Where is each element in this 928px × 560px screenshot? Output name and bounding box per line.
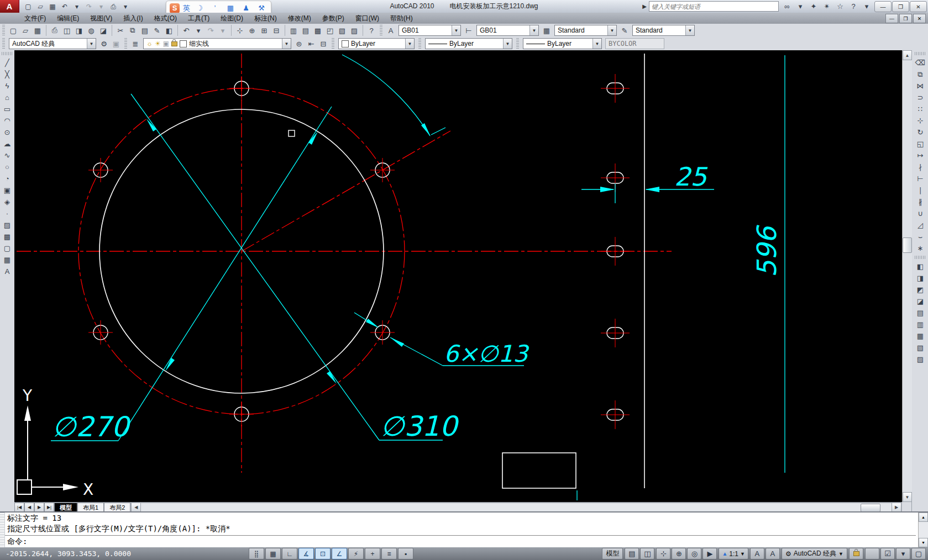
qnew-icon[interactable]: ▢ [23, 2, 34, 12]
make-block-icon[interactable]: ◈ [1, 196, 14, 208]
layer-bulb-icon[interactable]: ☼ [146, 40, 153, 47]
tab-layout2[interactable]: 布局2 [104, 503, 130, 512]
toolbar-unlock-icon[interactable] [849, 548, 863, 559]
scroll-down-icon[interactable]: ▼ [919, 538, 928, 547]
ellipse-icon[interactable]: ○ [1, 161, 14, 173]
minimize-button[interactable]: — [874, 1, 892, 12]
open-icon[interactable]: ▱ [19, 25, 32, 36]
ortho-toggle[interactable]: ∟ [282, 548, 297, 559]
command-history[interactable]: 标注文字 = 13 指定尺寸线位置或 [多行文字(M)/文字(T)/角度(A)]… [5, 513, 918, 547]
sogou-logo-icon[interactable]: S [170, 3, 180, 13]
tool-palettes-icon[interactable]: ▩ [312, 25, 324, 36]
search-input[interactable] [649, 1, 779, 12]
properties-icon[interactable]: ▥ [285, 25, 300, 36]
cut-icon[interactable]: ✂ [112, 25, 127, 36]
polyline-icon[interactable]: ϟ [1, 80, 14, 92]
toolbar-unlock-icon[interactable] [865, 548, 879, 559]
layer-states-icon[interactable]: ⊟ [317, 38, 329, 49]
hatch-icon[interactable]: ▨ [1, 219, 14, 231]
scroll-right-icon[interactable]: ▶ [892, 503, 901, 511]
chevron-down-icon[interactable]: ▼ [405, 39, 414, 49]
bring-above-icon[interactable]: ◩ [914, 284, 927, 295]
tab-next-button[interactable]: ▶ [34, 503, 44, 512]
point-icon[interactable]: ∙ [1, 208, 14, 219]
mleader-style-icon[interactable]: ✎ [618, 25, 631, 36]
erase-icon[interactable]: ⌫ [914, 57, 927, 68]
model-space-button[interactable]: 模型 [602, 548, 623, 559]
steering-wheel-icon[interactable]: ◎ [687, 548, 701, 559]
paste-icon[interactable]: ▤ [139, 25, 151, 36]
trim-icon[interactable]: ∤ [914, 161, 927, 173]
toolbar-button-icon[interactable]: ▥ [914, 319, 927, 330]
explode-icon[interactable]: ∗ [914, 242, 927, 254]
ime-tools-icon[interactable]: ⚒ [255, 3, 268, 14]
zoom-previous-icon[interactable]: ⊟ [270, 25, 282, 36]
quick-view-drawings-icon[interactable]: ◫ [640, 548, 654, 559]
menu-item[interactable]: 修改(M) [282, 13, 317, 24]
chevron-down-icon[interactable]: ▼ [87, 39, 96, 49]
showmotion-icon[interactable]: ▶ [702, 548, 717, 559]
toolbar-button-icon[interactable]: ▦ [914, 330, 927, 342]
linetype-combo[interactable]: ByLayer▼ [425, 38, 512, 49]
bring-to-front-icon[interactable]: ◧ [914, 261, 927, 272]
pan-icon[interactable]: ⊹ [656, 548, 670, 559]
coordinates-readout[interactable]: -2015.2644, 3093.3453, 0.0000 [6, 550, 138, 558]
menu-item[interactable]: 参数(P) [317, 13, 350, 24]
plot-icon[interactable]: ⎙ [46, 25, 61, 36]
workspace-settings-icon[interactable]: ⚙ [98, 38, 110, 49]
ducs-toggle[interactable]: ⚡ [348, 548, 364, 559]
menu-item[interactable]: 编辑(E) [51, 13, 85, 24]
redo-icon[interactable]: ↷ [83, 2, 95, 12]
vertical-scroll-thumb[interactable] [903, 237, 912, 253]
toolbar-button-icon[interactable]: ▨ [914, 353, 927, 365]
make-object-layer-current-icon[interactable]: ⊜ [293, 38, 305, 49]
menu-item[interactable]: 帮助(H) [385, 13, 418, 24]
toolbar-grip[interactable] [2, 38, 5, 49]
menu-item[interactable]: 工具(T) [182, 13, 215, 24]
copy-icon[interactable]: ⧉ [914, 68, 927, 80]
command-grip[interactable] [0, 513, 5, 547]
status-menu-icon[interactable]: ▾ [896, 548, 910, 559]
scale-icon[interactable]: ◱ [914, 138, 927, 150]
layer-lock-icon[interactable] [171, 41, 177, 46]
workspace-switching-button[interactable]: ⚙ AutoCAD 经典 ▼ [782, 548, 847, 559]
auto-annotate-icon[interactable]: A [766, 548, 780, 559]
insert-block-icon[interactable]: ▣ [1, 184, 14, 196]
scroll-up-icon[interactable]: ▲ [919, 513, 928, 522]
markup-manager-icon[interactable]: ▧ [336, 25, 348, 36]
osnap-toggle[interactable]: ⊡ [315, 548, 331, 559]
break-icon[interactable]: ∦ [914, 196, 927, 208]
annotation-scale-button[interactable]: ▲ 1:1 ▼ [719, 548, 748, 559]
undo-dropdown-icon[interactable]: ▾ [192, 25, 205, 36]
horizontal-scroll-thumb[interactable] [861, 504, 880, 512]
toolbar-grip[interactable] [915, 52, 926, 55]
command-window[interactable]: 标注文字 = 13 指定尺寸线位置或 [多行文字(M)/文字(T)/角度(A)]… [0, 511, 928, 547]
menu-item[interactable]: 文件(F) [19, 13, 51, 24]
save-icon[interactable]: ▦ [32, 25, 44, 36]
vertical-scrollbar[interactable]: ▲ ▼ [902, 50, 912, 502]
tab-prev-button[interactable]: ◀ [24, 503, 34, 512]
revision-cloud-icon[interactable]: ☁ [1, 138, 14, 150]
layer-color-swatch[interactable] [180, 40, 187, 47]
toolbar-grip[interactable] [516, 38, 519, 49]
dim-style-combo[interactable]: GB01▼ [476, 25, 539, 36]
table-style-combo[interactable]: Standard▼ [554, 25, 617, 36]
toolbar-grip[interactable] [915, 256, 926, 259]
publish-icon[interactable]: ◨ [73, 25, 85, 36]
extend-icon[interactable]: ⊢ [914, 173, 927, 184]
my-workspace-icon[interactable]: ▣ [110, 38, 122, 49]
toolbar-options-icon[interactable]: ▾ [120, 2, 131, 12]
chevron-down-icon[interactable]: ▼ [529, 25, 538, 35]
new-icon[interactable]: ▢ [7, 25, 19, 36]
markup-icon[interactable]: ◪ [97, 25, 109, 36]
zoom-icon[interactable]: ⊕ [672, 548, 686, 559]
help-dropdown-icon[interactable]: ▾ [861, 1, 873, 12]
web-publish-icon[interactable]: ◍ [85, 25, 97, 36]
close-button[interactable]: ✕ [910, 1, 927, 12]
polygon-icon[interactable]: ⌂ [1, 92, 14, 103]
chamfer-icon[interactable]: ◿ [914, 219, 927, 231]
grid-toggle[interactable]: ▦ [265, 548, 281, 559]
qp-toggle[interactable]: ▪ [398, 548, 413, 559]
undo-icon[interactable]: ↶ [177, 25, 192, 36]
plot-icon[interactable]: ⎙ [108, 2, 119, 12]
